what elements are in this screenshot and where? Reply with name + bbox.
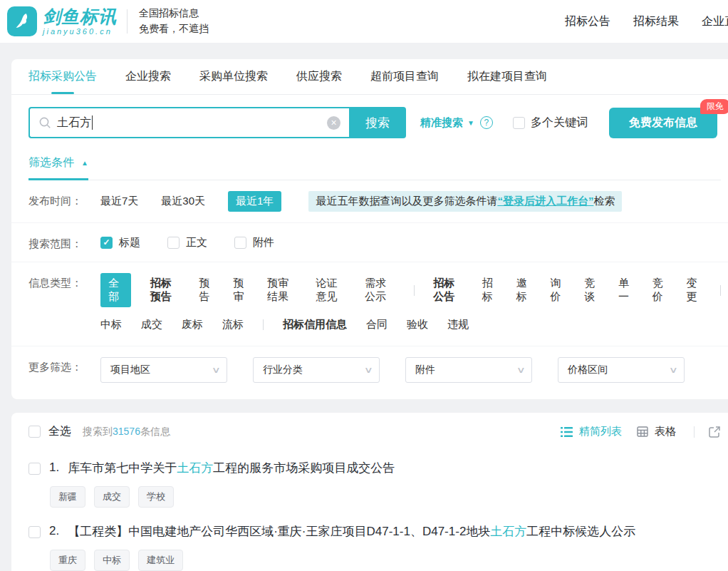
multi-keyword-group[interactable]: 多个关键词	[513, 115, 588, 130]
highlighted-keyword: 土石方	[177, 461, 213, 475]
compact-list-view-button[interactable]: 精简列表	[579, 425, 622, 438]
search-icon	[38, 116, 51, 129]
view-switch: 精简列表 表格	[561, 425, 721, 438]
type-change[interactable]: 变更	[687, 273, 702, 307]
type-win-bid[interactable]: 中标	[100, 314, 122, 335]
type-failed-bid[interactable]: 流标	[222, 314, 244, 335]
item-title-link[interactable]: 【工程类】中国电建地产公司华西区域·重庆·王家庄项目D47-1-1、D47-1-…	[68, 524, 635, 540]
tag-region[interactable]: 新疆	[50, 486, 85, 508]
export-icon[interactable]	[708, 426, 721, 438]
type-bid-announcement[interactable]: 招标公告	[433, 273, 463, 307]
compact-list-icon[interactable]	[561, 426, 573, 438]
info-type-row2: 中标 成交 废标 流标 招标信用信息 合同 验收 违规	[100, 314, 721, 335]
industry-dropdown[interactable]: 行业分类 ∨	[253, 357, 380, 383]
nav-item-bid-result[interactable]: 招标结果	[633, 14, 679, 29]
multi-keyword-checkbox[interactable]	[513, 117, 525, 129]
scope-attachment-option[interactable]: 附件	[234, 236, 274, 250]
scope-body-checkbox[interactable]	[167, 237, 180, 249]
tab-advance-project-query[interactable]: 超前项目查询	[370, 59, 439, 94]
title-text: 【工程类】中国电建地产公司华西区域·重庆·王家庄项目D47-1-1、D47-1-…	[68, 525, 490, 538]
scope-title-option[interactable]: ✓ 标题	[100, 236, 140, 250]
login-notice: 最近五年数据查询以及更多筛选条件请“登录后进入工作台”检索	[308, 191, 622, 212]
type-bid[interactable]: 招标	[482, 273, 497, 307]
type-demonstration-opinion[interactable]: 论证意见	[316, 273, 345, 307]
clear-icon[interactable]: ×	[327, 116, 340, 130]
tab-enterprise-search[interactable]: 企业搜索	[125, 59, 171, 94]
count-prefix: 搜索到	[83, 426, 113, 437]
search-button[interactable]: 搜索	[349, 107, 406, 138]
nav-item-enterprise-procurement[interactable]: 企业直采	[702, 14, 728, 29]
search-row: 土石方 × 搜索 精准搜索 ▼ ? 多个关键词 免费发布信息 限免	[11, 95, 728, 148]
type-abandoned-bid[interactable]: 废标	[182, 314, 203, 335]
login-workbench-link[interactable]: “登录后进入工作台”	[497, 195, 593, 207]
scope-title-checkbox[interactable]: ✓	[100, 237, 113, 249]
type-credit-info[interactable]: 招标信用信息	[283, 314, 347, 335]
type-single-source[interactable]: 单一	[618, 273, 633, 307]
tag-type[interactable]: 成交	[94, 486, 130, 508]
type-violation[interactable]: 违规	[447, 314, 469, 335]
slogan-line2: 免费看，不遮挡	[139, 21, 209, 37]
type-contract[interactable]: 合同	[366, 314, 388, 335]
tag-industry[interactable]: 学校	[138, 486, 174, 508]
filter-title-label: 筛选条件	[28, 155, 74, 170]
slogan-line1: 全国招标信息	[139, 6, 209, 21]
tab-purchaser-search[interactable]: 采购单位搜索	[199, 59, 268, 94]
tab-supplier-search[interactable]: 供应搜索	[296, 59, 342, 94]
divider	[720, 285, 721, 296]
time-option-30days[interactable]: 最近30天	[161, 191, 205, 212]
time-option-7days[interactable]: 最近7天	[100, 191, 138, 212]
tag-region[interactable]: 重庆	[50, 550, 85, 571]
select-all-label[interactable]: 全选	[48, 424, 71, 439]
type-deal[interactable]: 成交	[141, 314, 162, 335]
search-input[interactable]: 土石方 ×	[28, 107, 349, 138]
scope-body-option[interactable]: 正文	[167, 236, 207, 250]
scope-attachment-checkbox[interactable]	[234, 237, 246, 249]
fish-logo-icon	[7, 6, 37, 36]
table-icon[interactable]	[637, 426, 648, 437]
type-notice[interactable]: 预告	[199, 273, 214, 307]
region-dropdown[interactable]: 项目地区 ∨	[100, 357, 227, 383]
notice-prefix: 最近五年数据查询以及更多筛选条件请	[316, 195, 497, 207]
tag-industry[interactable]: 建筑业	[138, 550, 183, 571]
type-acceptance[interactable]: 验收	[407, 314, 428, 335]
brand-logo[interactable]: 剑鱼标讯 jianyu360.cn	[7, 6, 117, 36]
type-negotiation[interactable]: 竞谈	[584, 273, 599, 307]
item-title-row: 1. 库车市第七中学关于土石方工程的服务市场采购项目成交公告	[28, 461, 721, 477]
time-option-1year[interactable]: 最近1年	[228, 191, 281, 212]
title-text: 库车市第七中学关于	[68, 461, 177, 475]
item-title-link[interactable]: 库车市第七中学关于土石方工程的服务市场采购项目成交公告	[68, 461, 395, 477]
divider	[694, 426, 695, 438]
results-panel: 全选 搜索到31576条信息 精简列表 表格	[11, 413, 728, 571]
type-bid-notice[interactable]: 招标预告	[150, 273, 180, 307]
attachment-dropdown-value: 附件	[415, 364, 435, 376]
type-invitation[interactable]: 邀标	[516, 273, 531, 307]
item-checkbox[interactable]	[28, 463, 41, 475]
price-range-dropdown[interactable]: 价格区间 ∨	[558, 357, 685, 383]
publish-group: 免费发布信息 限免	[609, 108, 717, 138]
chevron-down-icon[interactable]: ▼	[467, 119, 474, 127]
precise-search-toggle[interactable]: 精准搜索	[420, 116, 463, 130]
select-all-checkbox[interactable]	[28, 426, 41, 438]
table-view-button[interactable]: 表格	[655, 425, 676, 438]
filter-conditions-toggle[interactable]: 筛选条件 ▲	[28, 155, 88, 180]
info-type-label: 信息类型：	[28, 273, 100, 335]
tag-type[interactable]: 中标	[94, 550, 130, 571]
type-prequalification-result[interactable]: 预审结果	[267, 273, 297, 307]
type-demand-publicity[interactable]: 需求公示	[365, 273, 395, 307]
type-all[interactable]: 全部	[100, 273, 131, 307]
publish-time-row: 发布时间： 最近7天 最近30天 最近1年 最近五年数据查询以及更多筛选条件请“…	[11, 180, 728, 223]
item-checkbox[interactable]	[28, 526, 41, 538]
type-inquiry[interactable]: 询价	[550, 273, 565, 307]
type-prequalification[interactable]: 预审	[233, 273, 248, 307]
tab-bid-procurement-announcement[interactable]: 招标采购公告	[28, 59, 97, 94]
more-filters-row: 更多筛选： 项目地区 ∨ 行业分类 ∨ 附件 ∨ 价格区间 ∨	[11, 346, 728, 393]
attachment-dropdown[interactable]: 附件 ∨	[405, 357, 532, 383]
type-competitive-price[interactable]: 竞价	[652, 273, 667, 307]
publish-time-options: 最近7天 最近30天 最近1年 最近五年数据查询以及更多筛选条件请“登录后进入工…	[100, 191, 622, 212]
industry-dropdown-value: 行业分类	[263, 364, 303, 376]
chevron-down-icon: ∨	[212, 365, 221, 375]
tab-proposed-project-query[interactable]: 拟在建项目查询	[467, 59, 547, 94]
nav-item-bid-announcement[interactable]: 招标公告	[565, 14, 610, 29]
divider	[414, 285, 415, 296]
help-icon[interactable]: ?	[480, 116, 493, 129]
